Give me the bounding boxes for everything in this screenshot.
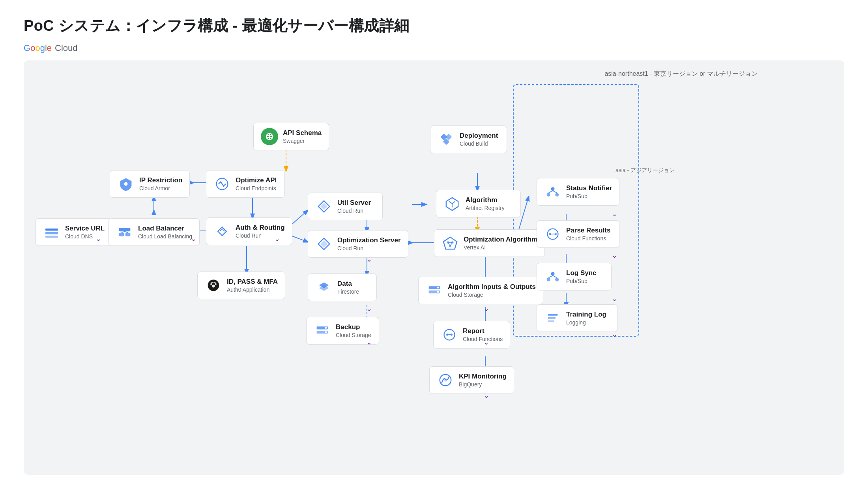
util-server-sub: Cloud Run: [337, 208, 371, 214]
log-sync-icon: [544, 268, 561, 285]
training-log-icon: [544, 309, 561, 327]
svg-rect-83: [548, 314, 557, 316]
svg-point-37: [212, 285, 215, 287]
optimization-server-sub: Cloud Run: [337, 245, 401, 251]
service-url-sub: Cloud DNS: [65, 233, 105, 240]
node-algorithm-inputs-outputs: Algorithm Inputs & Outputs Cloud Storage: [418, 277, 543, 304]
ip-restriction-title: IP Restriction: [139, 176, 182, 184]
svg-text:⌄: ⌄: [366, 305, 372, 313]
svg-point-70: [547, 193, 550, 197]
node-optimization-server: Optimization Server Cloud Run: [308, 230, 408, 258]
region-label: asia-northeast1 - 東京リージョン or マルチリージョン: [604, 70, 758, 78]
svg-marker-52: [443, 237, 457, 249]
node-api-schema: API Schema Swagger: [253, 123, 329, 150]
status-notifier-sub: Pub/Sub: [566, 193, 612, 199]
svg-marker-41: [320, 240, 327, 247]
svg-rect-23: [45, 229, 58, 230]
node-ip-restriction: IP Restriction Cloud Armor: [110, 170, 190, 198]
svg-rect-84: [548, 317, 556, 319]
google-cloud-logo: Google Cloud: [24, 43, 844, 53]
api-schema-icon: [261, 128, 278, 145]
service-url-title: Service URL: [65, 225, 105, 232]
node-optimize-api: Optimize API Cloud Endpoints: [206, 170, 285, 198]
svg-point-71: [555, 193, 559, 197]
util-server-title: Util Server: [337, 199, 371, 207]
parse-results-icon: [544, 225, 561, 243]
svg-line-72: [548, 191, 553, 193]
backup-icon: [314, 322, 331, 339]
api-schema-title: API Schema: [283, 129, 322, 137]
parse-results-sub: Cloud Functions: [566, 235, 610, 242]
optimization-server-icon: [315, 235, 333, 253]
svg-line-73: [553, 191, 557, 193]
svg-line-82: [553, 275, 557, 277]
svg-point-46: [325, 327, 327, 329]
deployment-icon: [438, 131, 455, 148]
status-notifier-title: Status Notifier: [566, 184, 612, 192]
diagram-area: asia-northeast1 - 東京リージョン or マルチリージョン as…: [24, 60, 844, 475]
svg-point-31: [124, 182, 128, 186]
node-backup: Backup Cloud Storage: [306, 317, 379, 345]
kpi-monitoring-icon: [437, 371, 454, 389]
node-kpi-monitoring: KPI Monitoring BigQuery: [429, 366, 514, 394]
svg-line-56: [448, 242, 450, 246]
ip-restriction-icon: [117, 175, 135, 193]
svg-line-7: [292, 236, 308, 242]
node-report: Report Cloud Functions: [433, 321, 510, 348]
backup-sub: Cloud Storage: [336, 332, 371, 338]
node-optimization-algorithm: Optimization Algorithm Vertex AI: [434, 229, 545, 257]
util-server-icon: [315, 198, 333, 215]
optimization-algorithm-title: Optimization Algorithm: [464, 236, 537, 244]
backup-title: Backup: [336, 323, 371, 331]
node-id-pass-mfa: ID, PASS & MFA Auth0 Application: [197, 272, 285, 299]
data-title: Data: [337, 280, 359, 288]
id-pass-mfa-sub: Auth0 Application: [227, 287, 278, 293]
svg-point-78: [551, 272, 555, 275]
svg-line-30: [125, 231, 128, 233]
kpi-monitoring-sub: BigQuery: [459, 381, 507, 388]
node-parse-results: Parse Results Cloud Functions: [537, 220, 619, 248]
cloud-logo-text: Cloud: [55, 43, 77, 53]
data-icon: [315, 279, 333, 296]
optimization-algorithm-sub: Vertex AI: [464, 244, 537, 251]
optimization-algorithm-icon: [441, 234, 459, 252]
report-icon: [441, 326, 458, 343]
training-log-title: Training Log: [566, 311, 606, 319]
node-auth-routing: Auth & Routing Cloud Run: [206, 217, 292, 245]
report-title: Report: [463, 327, 503, 335]
svg-rect-28: [125, 233, 131, 236]
log-sync-sub: Pub/Sub: [566, 278, 597, 284]
optimization-server-title: Optimization Server: [337, 236, 401, 244]
svg-line-81: [548, 275, 553, 277]
algorithm-title: Algorithm: [466, 196, 505, 204]
deployment-sub: Cloud Build: [460, 141, 498, 147]
node-deployment: Deployment Cloud Build: [430, 126, 507, 153]
svg-point-68: [444, 378, 447, 382]
parse-results-title: Parse Results: [566, 227, 610, 234]
algorithm-inputs-outputs-icon: [426, 282, 443, 299]
node-status-notifier: Status Notifier Pub/Sub: [537, 178, 619, 206]
deployment-title: Deployment: [460, 132, 498, 140]
page: PoC システム：インフラ構成 - 最適化サーバー構成詳細 Google Clo…: [0, 0, 868, 489]
svg-line-29: [122, 231, 125, 233]
svg-line-6: [292, 210, 308, 224]
auth-routing-sub: Cloud Run: [236, 232, 285, 239]
svg-point-62: [437, 291, 439, 293]
api-schema-sub: Swagger: [283, 138, 322, 144]
log-sync-title: Log Sync: [566, 269, 597, 277]
svg-rect-85: [548, 320, 554, 322]
auth-routing-title: Auth & Routing: [236, 224, 285, 232]
svg-text:⌄: ⌄: [483, 305, 489, 313]
node-training-log: Training Log Logging: [537, 304, 617, 332]
training-log-sub: Logging: [566, 319, 606, 326]
status-notifier-icon: [544, 183, 561, 200]
optimize-api-title: Optimize API: [236, 176, 277, 184]
service-url-icon: [43, 223, 60, 241]
google-logo-text: Google: [24, 43, 52, 53]
node-log-sync: Log Sync Pub/Sub: [537, 263, 612, 290]
svg-point-69: [551, 187, 555, 191]
optimize-api-sub: Cloud Endpoints: [236, 185, 277, 191]
svg-marker-43: [319, 285, 329, 291]
svg-point-79: [547, 278, 550, 281]
algorithm-inputs-outputs-sub: Cloud Storage: [448, 292, 536, 298]
